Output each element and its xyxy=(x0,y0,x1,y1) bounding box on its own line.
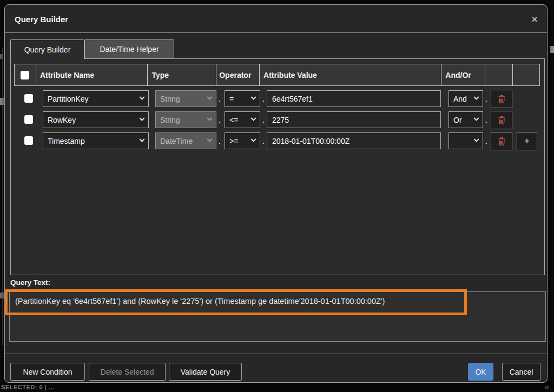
and-or-select[interactable]: And xyxy=(449,90,483,107)
attribute-value-input[interactable]: 2275 xyxy=(267,111,441,128)
and-or-select[interactable] xyxy=(449,132,483,149)
footer-divider xyxy=(5,354,547,354)
separator-dot: . xyxy=(219,95,221,103)
attribute-name-value: RowKey xyxy=(48,116,76,124)
type-value: DateTime xyxy=(160,137,193,145)
row-checkbox[interactable] xyxy=(24,136,33,145)
and-or-value: Or xyxy=(453,116,462,124)
operator-select[interactable]: <= xyxy=(225,111,260,128)
attribute-value-input[interactable]: 2018-01-01T00:00:00Z xyxy=(267,132,441,149)
header-attribute-value: Attribute Value xyxy=(260,64,441,85)
operator-value: >= xyxy=(229,137,238,145)
header-operator: Operator xyxy=(216,64,260,85)
attribute-name-select[interactable]: Timestamp xyxy=(43,132,149,149)
operator-select[interactable]: >= xyxy=(225,132,260,149)
query-text-area[interactable]: (PartitionKey eq '6e4rt567ef1') and (Row… xyxy=(9,291,546,342)
row-checkbox[interactable] xyxy=(24,94,33,103)
separator-dot: . xyxy=(262,95,265,103)
chevron-down-icon xyxy=(474,116,479,121)
row-checkbox[interactable] xyxy=(24,115,33,124)
trash-icon xyxy=(497,116,506,125)
background-fragment xyxy=(0,98,4,105)
header-empty xyxy=(485,64,513,85)
operator-value: <= xyxy=(229,116,238,124)
background-app-edge xyxy=(2,48,3,345)
background-scrollbar-fragment xyxy=(550,46,554,53)
chevron-down-icon xyxy=(251,116,256,121)
add-condition-button[interactable]: + xyxy=(517,132,537,150)
separator-dot: . xyxy=(485,116,487,124)
chevron-down-icon xyxy=(207,116,213,121)
chevron-down-icon xyxy=(251,137,256,142)
header-checkbox-cell xyxy=(15,64,36,85)
separator-dot: . xyxy=(485,95,487,103)
type-value: String xyxy=(160,116,180,124)
and-or-value: And xyxy=(453,95,467,103)
attribute-value-input[interactable]: 6e4rt567ef1 xyxy=(267,90,441,107)
separator-dot: . xyxy=(219,116,221,124)
chevron-down-icon xyxy=(474,137,479,142)
chevron-down-icon xyxy=(207,95,213,100)
condition-row: PartitionKey String . = . 6e4rt567ef1 An… xyxy=(5,90,548,108)
close-icon[interactable]: × xyxy=(529,14,540,25)
and-or-select[interactable]: Or xyxy=(449,111,483,128)
attribute-name-select[interactable]: PartitionKey xyxy=(43,90,149,107)
type-select[interactable]: String xyxy=(155,111,216,128)
query-text-value: (PartitionKey eq '6e4rt567ef1') and (Row… xyxy=(15,297,385,305)
attribute-name-select[interactable]: RowKey xyxy=(43,111,149,128)
operator-value: = xyxy=(229,95,234,103)
delete-row-button[interactable] xyxy=(491,111,512,129)
background-fragment xyxy=(0,54,3,59)
delete-row-button[interactable] xyxy=(491,90,512,108)
separator-dot: . xyxy=(262,116,265,124)
validate-query-button[interactable]: Validate Query xyxy=(169,363,242,381)
type-value: String xyxy=(160,95,180,103)
select-all-checkbox[interactable] xyxy=(21,71,29,79)
delete-row-button[interactable] xyxy=(491,132,512,150)
cancel-button[interactable]: Cancel xyxy=(502,363,540,381)
header-empty xyxy=(513,64,539,85)
header-and-or: And/Or xyxy=(441,64,485,85)
chevron-down-icon xyxy=(140,116,145,121)
trash-icon xyxy=(497,137,506,146)
query-text-label: Query Text: xyxy=(10,278,50,287)
type-select[interactable]: DateTime xyxy=(155,132,216,149)
chevron-down-icon xyxy=(474,95,479,100)
tab-query-builder[interactable]: Query Builder xyxy=(10,39,84,59)
separator-dot: . xyxy=(219,137,221,145)
condition-row: Timestamp DateTime . >= . 2018-01-01T00:… xyxy=(5,132,548,150)
status-bar: SELECTED: 0 | ... « xyxy=(0,382,554,392)
trash-icon xyxy=(497,95,506,104)
attribute-name-value: Timestamp xyxy=(48,137,85,145)
conditions-table-header: Attribute Name Type Operator Attribute V… xyxy=(14,64,540,86)
chevron-down-icon xyxy=(207,137,213,142)
collapse-panel-icon[interactable]: « xyxy=(544,384,550,390)
query-builder-dialog: Query Builder × Query Builder Date/Time … xyxy=(4,4,548,383)
type-select[interactable]: String xyxy=(155,90,216,107)
chevron-down-icon xyxy=(140,95,145,100)
chevron-down-icon xyxy=(251,95,256,100)
condition-row: RowKey String . <= . 2275 Or . xyxy=(5,111,548,129)
separator-dot: . xyxy=(262,137,265,145)
operator-select[interactable]: = xyxy=(225,90,260,107)
separator-dot: . xyxy=(485,137,487,145)
background-fragment xyxy=(0,293,4,298)
attribute-name-value: PartitionKey xyxy=(48,95,88,103)
header-type: Type xyxy=(148,64,216,85)
header-attribute-name: Attribute Name xyxy=(36,64,148,85)
dialog-titlebar: Query Builder × xyxy=(5,5,547,33)
ok-button[interactable]: OK xyxy=(468,363,493,381)
new-condition-button[interactable]: New Condition xyxy=(10,363,85,381)
delete-selected-button[interactable]: Delete Selected xyxy=(89,363,166,381)
status-selected-count: SELECTED: 0 | ... xyxy=(1,384,54,390)
dialog-title: Query Builder xyxy=(15,5,68,33)
tab-datetime-helper[interactable]: Date/Time Helper xyxy=(84,39,174,59)
chevron-down-icon xyxy=(140,137,145,142)
